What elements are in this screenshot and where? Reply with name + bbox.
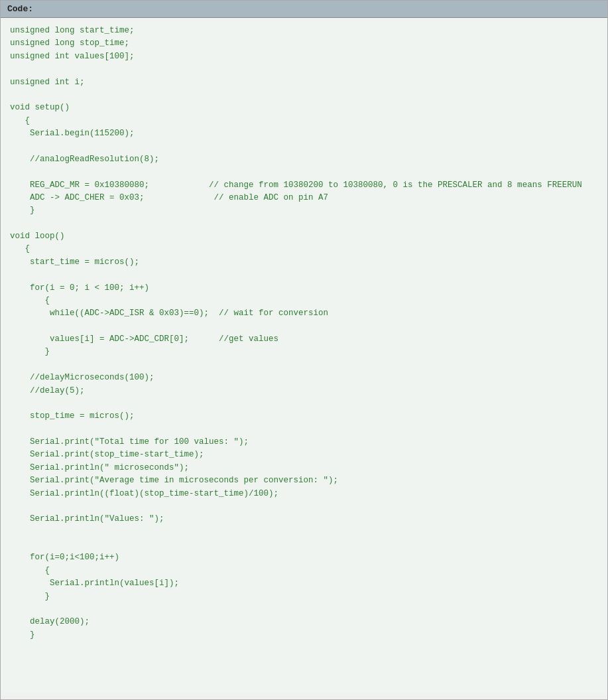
code-header-label: Code: bbox=[7, 4, 33, 14]
main-container: Code: unsigned long start_time; unsigned… bbox=[0, 0, 608, 700]
code-header: Code: bbox=[1, 1, 607, 18]
code-body: unsigned long start_time; unsigned long … bbox=[1, 18, 607, 695]
